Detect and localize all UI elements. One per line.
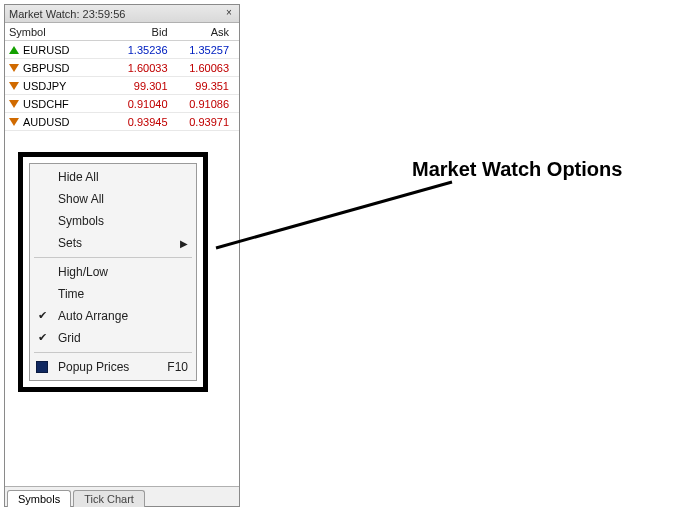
menu-label: Time — [58, 287, 84, 301]
popup-prices-icon — [36, 361, 48, 373]
ask-price: 1.35257 — [174, 44, 235, 56]
menu-popup-prices[interactable]: Popup Prices F10 — [30, 356, 196, 378]
annotation-text: Market Watch Options — [412, 158, 622, 181]
menu-label: Auto Arrange — [58, 309, 128, 323]
arrow-down-icon — [9, 63, 19, 73]
table-row[interactable]: GBPUSD 1.60033 1.60063 — [5, 59, 239, 77]
bid-price: 0.93945 — [112, 116, 173, 128]
arrow-down-icon — [9, 117, 19, 127]
col-header-symbol[interactable]: Symbol — [9, 26, 112, 38]
menu-label: Grid — [58, 331, 81, 345]
symbol-name: EURUSD — [23, 44, 69, 56]
arrow-up-icon — [9, 45, 19, 55]
context-menu: Hide All Show All Symbols Sets ▶ High/Lo… — [29, 163, 197, 381]
ask-price: 99.351 — [174, 80, 235, 92]
price-rows: EURUSD 1.35236 1.35257 GBPUSD 1.60033 1.… — [5, 41, 239, 131]
arrow-down-icon — [9, 81, 19, 91]
svg-line-0 — [216, 182, 452, 248]
ask-price: 0.93971 — [174, 116, 235, 128]
menu-shortcut: F10 — [167, 360, 188, 374]
symbol-name: USDJPY — [23, 80, 66, 92]
menu-sets[interactable]: Sets ▶ — [30, 232, 196, 254]
table-row[interactable]: AUDUSD 0.93945 0.93971 — [5, 113, 239, 131]
menu-grid[interactable]: ✔ Grid — [30, 327, 196, 349]
checkmark-icon: ✔ — [38, 331, 47, 344]
menu-label: Sets — [58, 236, 82, 250]
tab-symbols[interactable]: Symbols — [7, 490, 71, 507]
menu-separator — [34, 352, 192, 353]
symbol-name: GBPUSD — [23, 62, 69, 74]
bid-price: 99.301 — [112, 80, 173, 92]
panel-tabs: Symbols Tick Chart — [5, 486, 239, 506]
column-headers: Symbol Bid Ask — [5, 23, 239, 41]
menu-high-low[interactable]: High/Low — [30, 261, 196, 283]
context-menu-highlight: Hide All Show All Symbols Sets ▶ High/Lo… — [18, 152, 208, 392]
annotation-arrow — [214, 170, 454, 260]
bid-price: 0.91040 — [112, 98, 173, 110]
table-row[interactable]: EURUSD 1.35236 1.35257 — [5, 41, 239, 59]
table-row[interactable]: USDJPY 99.301 99.351 — [5, 77, 239, 95]
close-icon[interactable]: × — [223, 7, 235, 19]
symbol-name: USDCHF — [23, 98, 69, 110]
menu-label: Popup Prices — [58, 360, 129, 374]
table-row[interactable]: USDCHF 0.91040 0.91086 — [5, 95, 239, 113]
menu-hide-all[interactable]: Hide All — [30, 166, 196, 188]
menu-time[interactable]: Time — [30, 283, 196, 305]
menu-label: High/Low — [58, 265, 108, 279]
arrow-down-icon — [9, 99, 19, 109]
symbol-name: AUDUSD — [23, 116, 69, 128]
panel-title: Market Watch: 23:59:56 — [9, 8, 125, 20]
ask-price: 0.91086 — [174, 98, 235, 110]
menu-show-all[interactable]: Show All — [30, 188, 196, 210]
bid-price: 1.60033 — [112, 62, 173, 74]
submenu-arrow-icon: ▶ — [180, 238, 188, 249]
menu-symbols[interactable]: Symbols — [30, 210, 196, 232]
col-header-ask[interactable]: Ask — [174, 26, 235, 38]
menu-auto-arrange[interactable]: ✔ Auto Arrange — [30, 305, 196, 327]
bid-price: 1.35236 — [112, 44, 173, 56]
menu-label: Hide All — [58, 170, 99, 184]
panel-titlebar[interactable]: Market Watch: 23:59:56 × — [5, 5, 239, 23]
checkmark-icon: ✔ — [38, 309, 47, 322]
ask-price: 1.60063 — [174, 62, 235, 74]
menu-label: Symbols — [58, 214, 104, 228]
menu-separator — [34, 257, 192, 258]
tab-tick-chart[interactable]: Tick Chart — [73, 490, 145, 507]
menu-label: Show All — [58, 192, 104, 206]
col-header-bid[interactable]: Bid — [112, 26, 173, 38]
